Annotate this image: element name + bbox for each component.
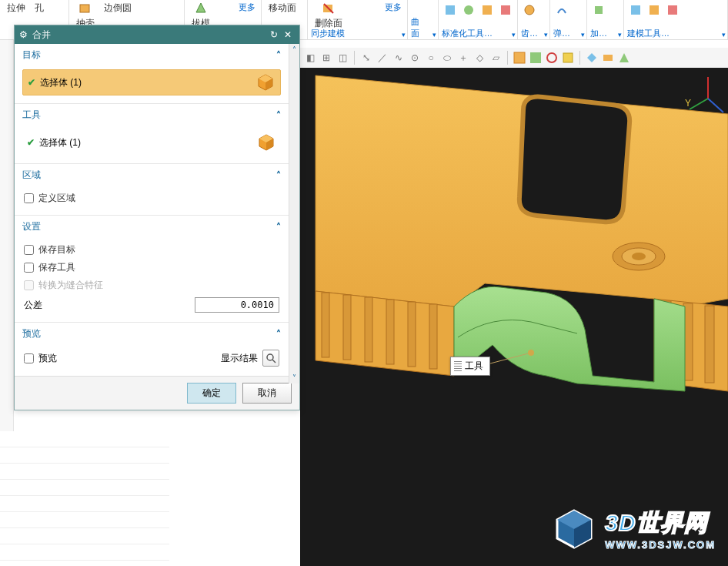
ok-button[interactable]: 确定 xyxy=(187,383,236,404)
rib-move-face[interactable]: 移动面 xyxy=(264,0,301,16)
group-model: 建模工具… xyxy=(627,28,716,39)
section-settings[interactable]: 设置˄ xyxy=(15,215,289,238)
target-select-row[interactable]: ✔ 选择体 (1) xyxy=(22,69,281,95)
preview-label: 预览 xyxy=(38,352,57,365)
vt-2[interactable]: ⊞ xyxy=(319,51,333,65)
more-link-1[interactable]: 更多 xyxy=(235,0,259,15)
scroll-up-icon[interactable]: ˄ xyxy=(291,45,298,54)
more-link-2[interactable]: 更多 xyxy=(382,0,405,15)
group-drop-5[interactable]: ▾ xyxy=(722,31,726,39)
tool-btn-5[interactable] xyxy=(521,2,538,18)
tool-select-row[interactable]: ✔ 选择体 (1) xyxy=(22,129,281,156)
tool-btn-6[interactable] xyxy=(553,2,570,18)
group-drop-1[interactable]: ▾ xyxy=(512,31,516,39)
tool-btn-1[interactable] xyxy=(442,2,459,18)
delete-face-icon xyxy=(322,2,336,15)
rib-extrude[interactable]: 拉伸 xyxy=(2,0,30,16)
vt-14[interactable] xyxy=(529,51,543,65)
checkbox[interactable] xyxy=(24,263,34,273)
section-preview[interactable]: 预览˄ xyxy=(15,322,289,345)
group-add: 加… xyxy=(590,28,613,39)
svg-text:Y: Y xyxy=(685,98,691,109)
section-target[interactable]: 目标˄ xyxy=(15,44,289,66)
section-region[interactable]: 区域˄ xyxy=(15,163,289,186)
preview-check[interactable] xyxy=(24,353,34,363)
vt-17[interactable] xyxy=(585,51,599,65)
rib-edge-blend[interactable]: 边倒圆 xyxy=(99,0,136,16)
viewport-callout[interactable]: 工具 xyxy=(450,357,490,376)
group-std: 标准化工具… xyxy=(442,28,506,39)
svg-rect-32 xyxy=(705,306,714,383)
vt-18[interactable] xyxy=(601,51,615,65)
svg-rect-16 xyxy=(603,55,613,61)
group-drop-3[interactable]: ▾ xyxy=(581,31,585,39)
vt-3[interactable]: ◫ xyxy=(336,51,349,65)
tolerance-input[interactable] xyxy=(195,297,279,313)
tool-btn-7[interactable] xyxy=(590,2,607,18)
group-drop-2[interactable]: ▾ xyxy=(544,31,548,39)
reset-button[interactable]: ↻ xyxy=(267,28,281,42)
svg-line-18 xyxy=(690,99,708,109)
scroll-down-icon[interactable]: ˅ xyxy=(291,373,298,382)
draft-icon xyxy=(194,2,208,15)
dialog-scroll[interactable]: ˄ ˅ xyxy=(289,44,299,383)
vt-5[interactable]: ／ xyxy=(376,51,389,65)
svg-point-4 xyxy=(464,5,473,15)
vt-15[interactable] xyxy=(545,51,559,65)
vt-19[interactable] xyxy=(617,51,631,65)
3d-viewport[interactable]: Y xyxy=(300,68,728,566)
convert-sew-check: 转换为缝合特征 xyxy=(22,276,281,294)
tool-btn-9[interactable] xyxy=(646,2,663,18)
svg-rect-26 xyxy=(365,297,372,362)
vt-4[interactable]: ⤡ xyxy=(359,51,373,65)
svg-rect-6 xyxy=(501,5,510,15)
rib-delete-face[interactable]: 删除面 xyxy=(310,0,347,32)
svg-rect-13 xyxy=(530,52,541,63)
keep-target-check[interactable]: 保存目标 xyxy=(22,241,281,259)
tool-btn-4[interactable] xyxy=(497,2,514,18)
checkbox[interactable] xyxy=(24,193,34,203)
svg-rect-3 xyxy=(446,5,455,15)
group-drop-0[interactable]: ▾ xyxy=(402,31,406,39)
tool-btn-3[interactable] xyxy=(479,2,496,18)
vt-1[interactable]: ◧ xyxy=(303,51,317,65)
vt-13[interactable] xyxy=(513,51,526,65)
svg-point-35 xyxy=(267,354,273,360)
tool-label: 选择体 (1) xyxy=(39,136,256,149)
vt-9[interactable]: ⬭ xyxy=(440,51,454,65)
vt-16[interactable] xyxy=(561,51,575,65)
check-icon: ✔ xyxy=(27,137,35,148)
tool-btn-10[interactable] xyxy=(664,2,681,18)
tool-btn-2[interactable] xyxy=(460,2,477,18)
dialog-titlebar[interactable]: ⚙ 合并 ↻ ✕ xyxy=(15,25,299,44)
vt-8[interactable]: ○ xyxy=(424,51,438,65)
vt-11[interactable]: ◇ xyxy=(473,51,486,65)
chevron-up-icon: ˄ xyxy=(276,170,281,181)
svg-point-23 xyxy=(632,253,646,260)
keep-tool-check[interactable]: 保存工具 xyxy=(22,259,281,276)
combine-dialog: ⚙ 合并 ↻ ✕ ˄ ˅ 目标˄ ✔ 选择体 (1) 工具˄ ✔ 选择体 (1) xyxy=(14,25,300,410)
tool-btn-8[interactable] xyxy=(627,2,644,18)
group-drop-c[interactable]: ▾ xyxy=(432,31,436,39)
grid-area xyxy=(0,431,169,566)
rib-hole[interactable]: 孔 xyxy=(30,0,48,16)
body-icon xyxy=(256,132,276,152)
show-result-label: 显示结果 xyxy=(221,352,258,365)
group-gear: 齿… xyxy=(521,28,539,39)
svg-rect-24 xyxy=(322,293,329,357)
body-icon xyxy=(255,72,276,92)
close-button[interactable]: ✕ xyxy=(281,28,295,42)
viewport-toolbar: ◧ ⊞ ◫ ⤡ ／ ∿ ⊙ ○ ⬭ ＋ ◇ ▱ xyxy=(300,48,728,68)
chevron-up-icon: ˄ xyxy=(276,222,281,233)
callout-text: 工具 xyxy=(465,360,483,373)
vt-6[interactable]: ∿ xyxy=(392,51,406,65)
section-tool[interactable]: 工具˄ xyxy=(15,103,289,126)
vt-10[interactable]: ＋ xyxy=(456,51,470,65)
vt-7[interactable]: ⊙ xyxy=(408,51,422,65)
cancel-button[interactable]: 取消 xyxy=(242,383,292,404)
checkbox[interactable] xyxy=(24,245,34,255)
define-region-check[interactable]: 定义区域 xyxy=(22,189,281,207)
show-result-button[interactable] xyxy=(262,350,279,367)
group-drop-4[interactable]: ▾ xyxy=(618,31,622,39)
vt-12[interactable]: ▱ xyxy=(489,51,503,65)
